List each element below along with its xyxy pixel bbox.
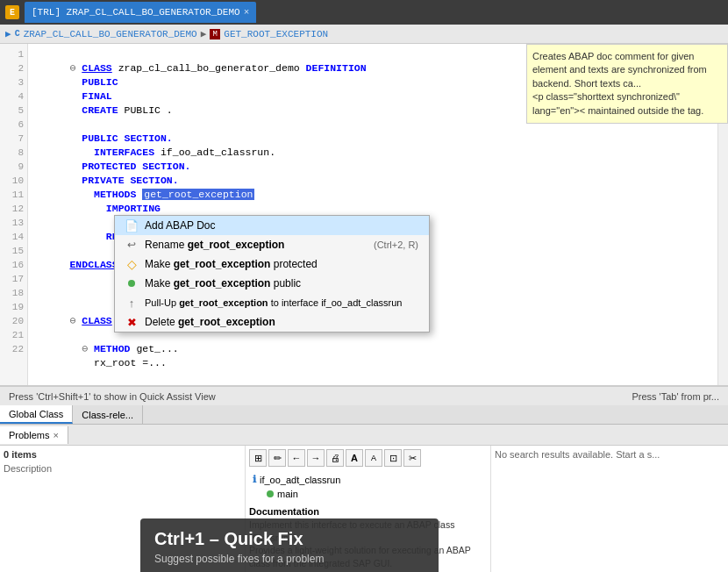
problems-tab[interactable]: Problems × [0,426,68,444]
branch-item: main [249,487,487,501]
menu-item-label: Make get_root_exception protected [145,258,318,270]
tab-global-class[interactable]: Global Class [0,405,73,424]
quick-fix-overlay: Ctrl+1 – Quick Fix Suggest possible fixe… [140,518,439,572]
tooltip-panel: Creates ABAP doc comment for given eleme… [526,44,728,124]
menu-item-rename[interactable]: ↩ Rename get_root_exception (Ctrl+2, R) [115,235,429,254]
middle-toolbar: ⊞ ✏ ← → 🖨 A A ⊡ ✂ [249,449,487,467]
no-results-text: No search results available. Start a s..… [495,449,660,460]
method-name[interactable]: GET_ROOT_EXCEPTION [224,29,328,39]
menu-item-label: Delete get_root_exception [145,316,275,328]
branch-name: main [277,489,298,499]
menu-item-label: Make get_root_exception public [145,277,301,290]
problems-tab-label: Problems [9,430,49,440]
menu-item-make-protected[interactable]: ◇ Make get_root_exception protected [115,254,429,274]
diamond-icon: ◇ [125,258,138,270]
circle-icon [125,277,138,290]
right-panel: No search results available. Start a s..… [491,446,728,572]
green-dot-icon [267,490,274,497]
items-count: 0 items [4,449,241,460]
menu-item-make-public[interactable]: Make get_root_exception public [115,274,429,293]
menu-item-delete[interactable]: ✖ Delete get_root_exception [115,312,429,332]
menu-item-label: Pull-Up get_root_exception to interface … [145,297,402,308]
doc-title: Documentation [249,506,487,517]
toolbar-btn-3[interactable]: ← [288,449,305,467]
line-numbers: 12345 678910 1112131415 1617181920 2122 [0,44,28,385]
close-icon[interactable]: × [244,7,250,18]
svg-point-0 [128,280,135,287]
problems-panel: Problems × 0 items Description ⊞ ✏ ← → 🖨… [0,425,728,572]
pullup-icon: ↑ [125,297,138,309]
toolbar-btn-1[interactable]: ⊞ [249,449,267,467]
overlay-title: Ctrl+1 – Quick Fix [154,529,425,549]
menu-item-add-abap-doc[interactable]: 📄 Add ABAP Doc [115,216,429,235]
tab-label: Class-rele... [82,410,133,420]
toolbar-btn-4[interactable]: → [307,449,325,467]
hint-left: Press 'Ctrl+Shift+1' to show in Quick As… [9,391,216,402]
toolbar-btn-8[interactable]: ⊡ [384,449,402,467]
interface-name: if_oo_adt_classrun [260,475,340,485]
toolbar-btn-2[interactable]: ✏ [268,449,286,467]
tooltip-text: Creates ABAP doc comment for given eleme… [532,51,707,116]
rename-icon: ↩ [125,239,138,251]
breadcrumb-separator: ▶ [201,28,207,39]
problems-close-icon[interactable]: × [53,430,58,440]
method-icon: M [210,29,220,39]
breadcrumb: ▶ C ZRAP_CL_CALL_BO_GENERATOR_DEMO ▶ M G… [0,25,728,44]
tab-class-rele[interactable]: Class-rele... [73,405,143,424]
toolbar-btn-5[interactable]: 🖨 [326,449,344,467]
expand-arrow: ▶ [5,28,11,39]
class-icon: C [15,29,20,39]
editor-area: 12345 678910 1112131415 1617181920 2122 … [0,44,728,386]
toolbar-btn-7[interactable]: A [365,449,382,467]
context-menu: 📄 Add ABAP Doc ↩ Rename get_root_excepti… [114,215,430,332]
toolbar-btn-6[interactable]: A [346,449,363,467]
hint-right: Press 'Tab' from pr... [632,391,719,402]
description-label: Description [4,463,241,474]
top-bar: E [TRL] ZRAP_CL_CALL_BO_GENERATOR_DEMO × [0,0,728,25]
editor-tabs: Global Class Class-rele... [0,405,728,425]
menu-item-label: Add ABAP Doc [145,219,216,232]
toolbar-btn-9[interactable]: ✂ [403,449,421,467]
doc-icon: 📄 [125,219,138,232]
info-icon: ℹ [253,474,256,485]
problems-content: 0 items Description ⊞ ✏ ← → 🖨 A A ⊡ ✂ ℹ … [0,446,728,572]
tab-label: [TRL] ZRAP_CL_CALL_BO_GENERATOR_DEMO [32,7,240,18]
shortcut-label: (Ctrl+2, R) [374,240,418,250]
eclipse-icon: E [5,5,19,19]
class-name[interactable]: ZRAP_CL_CALL_BO_GENERATOR_DEMO [24,29,197,39]
overlay-subtitle: Suggest possible fixes for a problem [154,553,425,565]
tab-label: Global Class [9,409,63,419]
menu-item-label: Rename get_root_exception [145,239,284,251]
delete-icon: ✖ [125,316,138,328]
interface-item: ℹ if_oo_adt_classrun [249,472,487,487]
editor-tab[interactable]: [TRL] ZRAP_CL_CALL_BO_GENERATOR_DEMO × [25,2,256,23]
problems-tab-bar: Problems × [0,425,728,446]
hint-bar: Press 'Ctrl+Shift+1' to show in Quick As… [0,386,728,405]
menu-item-pull-up[interactable]: ↑ Pull-Up get_root_exception to interfac… [115,293,429,312]
